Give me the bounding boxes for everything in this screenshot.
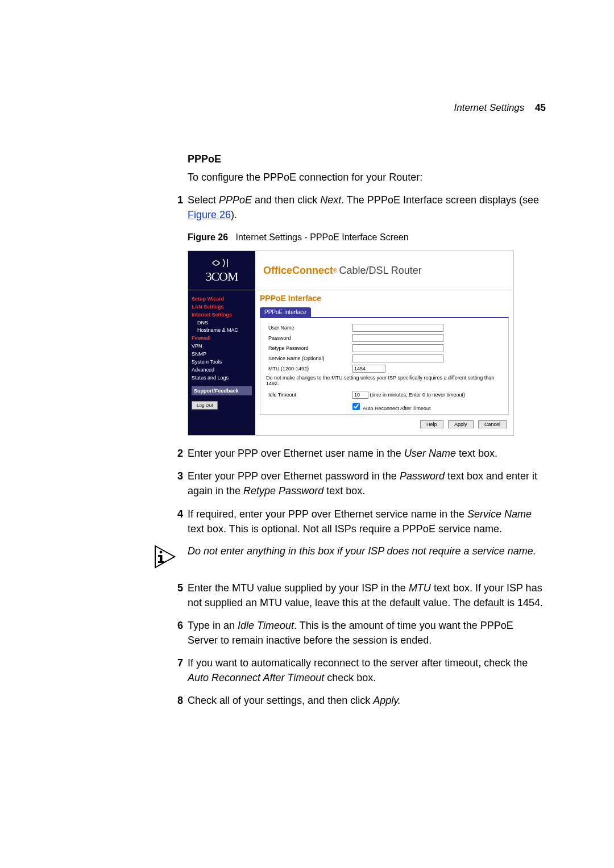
form-buttons: Help Apply Cancel xyxy=(260,415,509,432)
nav-hostmac[interactable]: Hostname & MAC xyxy=(197,327,252,333)
nav-sidebar: Setup Wizard LAN Settings Internet Setti… xyxy=(188,290,255,435)
input-password[interactable] xyxy=(352,334,443,342)
nav-dns[interactable]: DNS xyxy=(197,320,252,326)
step-number: 3 xyxy=(168,469,183,498)
step-8: 8 Check all of your settings, and then c… xyxy=(188,693,546,708)
header-section: Internet Settings xyxy=(454,102,525,113)
step-2: 2 Enter your PPP over Ethernet user name… xyxy=(188,446,546,461)
help-button[interactable]: Help xyxy=(420,420,443,428)
label-retype: Retype Password xyxy=(266,343,350,353)
step-text: Enter your PPP over Ethernet password in… xyxy=(188,469,546,498)
nav-internet[interactable]: Internet Settings xyxy=(192,312,252,318)
figure-caption-text: Internet Settings - PPPoE Interface Scre… xyxy=(235,232,408,242)
label-password: Password xyxy=(266,333,350,343)
product-desc: Cable/DSL Router xyxy=(339,265,421,277)
input-retype[interactable] xyxy=(352,344,443,352)
svg-rect-3 xyxy=(158,555,160,557)
nav-firewall[interactable]: Firewall xyxy=(192,335,252,341)
intro-text: To configure the PPPoE connection for yo… xyxy=(188,170,546,185)
nav-lan[interactable]: LAN Settings xyxy=(192,304,252,310)
input-idle[interactable] xyxy=(352,391,368,399)
pppoe-form: User Name Password Retype Password xyxy=(260,317,509,415)
product-brand: OfficeConnect xyxy=(263,265,333,277)
step-text: Check all of your settings, and then cli… xyxy=(188,693,546,708)
step-6: 6 Type in an Idle Timeout. This is the a… xyxy=(188,618,546,648)
label-service: Service Name (Optional) xyxy=(266,353,350,364)
reg-mark: ® xyxy=(333,268,337,274)
step-number: 4 xyxy=(168,507,183,536)
step-text: Type in an Idle Timeout. This is the amo… xyxy=(188,618,546,648)
step-7: 7 If you want to automatically reconnect… xyxy=(188,656,546,685)
pppoe-screenshot: 3COM OfficeConnect® Cable/DSL Router Set… xyxy=(188,251,514,436)
step-number: 8 xyxy=(168,693,183,708)
step-text: Enter the MTU value supplied by your ISP… xyxy=(188,581,546,610)
idle-hint: (time in minutes; Enter 0 to never timeo… xyxy=(370,392,466,398)
page: Internet Settings 45 PPPoE To configure … xyxy=(0,0,614,750)
step-number: 5 xyxy=(168,581,183,610)
label-username: User Name xyxy=(266,323,350,333)
step-3: 3 Enter your PPP over Ethernet password … xyxy=(188,469,546,498)
product-title: OfficeConnect® Cable/DSL Router xyxy=(255,251,513,290)
step-4: 4 If required, enter your PPP over Ether… xyxy=(188,507,546,536)
label-mtu: MTU (1200-1492) xyxy=(266,364,350,374)
step-number: 7 xyxy=(168,656,183,685)
nav-snmp[interactable]: SNMP xyxy=(192,351,252,357)
label-auto-reconnect: Auto Reconnect After Timeout xyxy=(363,406,431,411)
nav-status[interactable]: Status and Logs xyxy=(192,375,252,381)
page-number: 45 xyxy=(535,102,546,113)
screenshot-header: 3COM OfficeConnect® Cable/DSL Router xyxy=(188,251,513,290)
info-icon xyxy=(154,544,176,571)
nav-tools[interactable]: System Tools xyxy=(192,359,252,365)
checkbox-auto-reconnect[interactable] xyxy=(352,403,360,410)
brand-logo-text: 3COM xyxy=(205,269,238,284)
nav-advanced[interactable]: Advanced xyxy=(192,367,252,373)
step-5: 5 Enter the MTU value supplied by your I… xyxy=(188,581,546,610)
step-list-bottom: 2 Enter your PPP over Ethernet user name… xyxy=(188,446,546,536)
step-text: Select PPPoE and then click Next. The PP… xyxy=(188,193,546,222)
step-list-bottom2: 5 Enter the MTU value supplied by your I… xyxy=(188,581,546,708)
apply-button[interactable]: Apply xyxy=(448,420,474,428)
step-text: If you want to automatically reconnect t… xyxy=(188,656,546,685)
figure-label: Figure 26 xyxy=(188,232,228,242)
input-mtu[interactable] xyxy=(352,365,385,373)
figure-caption: Figure 26 Internet Settings - PPPoE Inte… xyxy=(188,232,546,243)
step-text: If required, enter your PPP over Etherne… xyxy=(188,507,546,536)
step-number: 6 xyxy=(168,618,183,648)
note: Do not enter anything in this box if you… xyxy=(154,544,546,571)
step-list-top: 1 Select PPPoE and then click Next. The … xyxy=(188,193,546,222)
running-header: Internet Settings 45 xyxy=(68,102,546,114)
screenshot-main: PPPoE Interface PPPoE Interface User Nam… xyxy=(255,290,513,435)
step-text: Enter your PPP over Ethernet user name i… xyxy=(188,446,546,461)
mtu-note: Do not make changes to the MTU setting u… xyxy=(266,375,503,386)
input-username[interactable] xyxy=(352,324,443,332)
screenshot-body: Setup Wizard LAN Settings Internet Setti… xyxy=(188,290,513,435)
svg-point-1 xyxy=(160,550,163,553)
cancel-button[interactable]: Cancel xyxy=(478,420,507,428)
step-1: 1 Select PPPoE and then click Next. The … xyxy=(188,193,546,222)
svg-rect-4 xyxy=(158,561,164,563)
logo-icon xyxy=(210,257,233,269)
note-text: Do not enter anything in this box if you… xyxy=(188,544,546,558)
step-number: 1 xyxy=(168,193,183,222)
panel-title: PPPoE Interface xyxy=(260,294,509,303)
section-heading: PPPoE xyxy=(188,153,546,165)
tab-pppoe[interactable]: PPPoE Interface xyxy=(260,307,311,317)
step-number: 2 xyxy=(168,446,183,461)
nav-support[interactable]: Support/Feedback xyxy=(192,386,252,395)
content: PPPoE To configure the PPPoE connection … xyxy=(188,153,546,708)
label-idle: Idle Timeout xyxy=(266,390,350,400)
nav-logout-button[interactable]: Log Out xyxy=(192,401,218,410)
nav-setup[interactable]: Setup Wizard xyxy=(192,296,252,302)
brand-logo: 3COM xyxy=(188,251,255,290)
nav-vpn[interactable]: VPN xyxy=(192,343,252,349)
figure-link[interactable]: Figure 26 xyxy=(188,209,231,220)
input-service[interactable] xyxy=(352,354,443,362)
